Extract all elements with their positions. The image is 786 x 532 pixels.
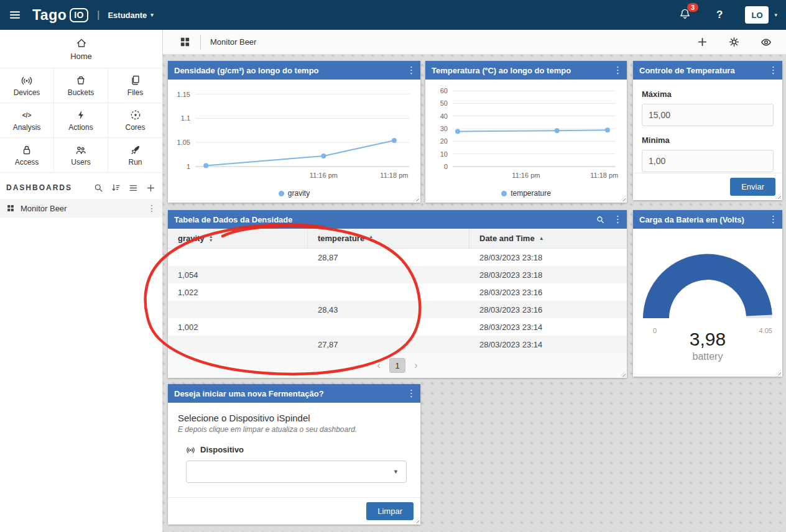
kebab-menu-icon[interactable]: ⋮ <box>613 65 621 76</box>
column-label: Date and Time <box>479 234 535 243</box>
widget-title: Temperatura (ºC) ao longo do tempo <box>432 66 571 75</box>
widget-title: Densidade (g/cm³) ao longo do tempo <box>174 66 319 75</box>
gauge-max-label: 4.05 <box>759 327 772 334</box>
sort-both-icon: ▲▼ <box>369 235 373 242</box>
device-antenna-icon <box>186 445 195 454</box>
table-cell: 28/03/2023 23:18 <box>469 253 627 262</box>
device-select[interactable]: ▼ <box>186 461 407 483</box>
widget-title: Deseja iniciar uma nova Fermentação? <box>174 389 324 398</box>
sidebar: Home Devices Buckets Files </> Analysis … <box>0 30 163 532</box>
sort-icon[interactable] <box>111 183 121 193</box>
page-number-button[interactable]: 1 <box>389 358 405 373</box>
sidebar-item-home[interactable]: Home <box>0 30 162 68</box>
kebab-menu-icon[interactable]: ⋮ <box>613 214 621 225</box>
sidebar-nav-grid: Devices Buckets Files </> Analysis Actio… <box>0 68 162 173</box>
temperature-legend[interactable]: temperature <box>425 189 627 198</box>
sidebar-item-label: Home <box>70 52 92 61</box>
account-name: Estudante <box>108 11 147 20</box>
sidebar-item-devices[interactable]: Devices <box>0 68 54 103</box>
kebab-menu-icon[interactable]: ⋮ <box>769 214 776 225</box>
table-cell: 1,002 <box>168 323 308 332</box>
svg-text:20: 20 <box>440 137 448 145</box>
send-button[interactable]: Enviar <box>730 178 775 196</box>
density-legend-dot <box>279 191 284 196</box>
clear-button[interactable]: Limpar <box>366 502 414 520</box>
column-header-gravity[interactable]: gravity ▲▼ <box>168 229 308 248</box>
table-row: 1,02228/03/2023 23:16 <box>168 283 627 301</box>
account-dropdown[interactable]: Estudante ▾ <box>108 11 153 20</box>
svg-text:</>: </> <box>22 112 32 119</box>
dashboards-title: DASHBOARDS <box>6 183 93 192</box>
table-body: 28,8728/03/2023 23:181,05428/03/2023 23:… <box>168 249 627 353</box>
add-widget-icon[interactable] <box>696 36 708 48</box>
devices-icon <box>21 74 33 86</box>
svg-text:1.15: 1.15 <box>177 91 190 98</box>
help-button[interactable]: ? <box>716 9 723 21</box>
sidebar-item-analysis[interactable]: </> Analysis <box>0 103 54 138</box>
temperature-chart[interactable]: 010203040506011:16 pm11:18 pm <box>425 80 627 184</box>
sidebar-item-label: Actions <box>68 123 93 132</box>
kebab-menu-icon[interactable]: ⋮ <box>147 203 156 213</box>
battery-widget: Carga da Bateria em (Volts) ⋮ 0 4.05 3,9… <box>633 210 782 377</box>
density-chart[interactable]: 11.051.11.1511:16 pm11:18 pm <box>168 80 420 184</box>
kebab-menu-icon[interactable]: ⋮ <box>407 388 414 399</box>
temperature-legend-label: temperature <box>511 189 551 198</box>
avatar[interactable]: LO <box>745 6 769 24</box>
sidebar-item-label: Cores <box>125 123 145 132</box>
kebab-menu-icon[interactable]: ⋮ <box>769 65 776 76</box>
tagoio-logo[interactable]: Tago IO <box>32 7 88 24</box>
next-page-button[interactable]: › <box>414 359 418 372</box>
table-row: 28,4328/03/2023 23:16 <box>168 301 627 318</box>
sidebar-item-files[interactable]: Files <box>108 68 162 103</box>
notifications-button[interactable]: 3 <box>678 7 691 22</box>
table-cell: 28/03/2023 23:18 <box>469 270 627 280</box>
table-cell: 28,43 <box>308 305 469 314</box>
table-pagination: ‹ 1 › <box>168 353 627 378</box>
kebab-menu-icon[interactable]: ⋮ <box>407 65 414 76</box>
density-legend[interactable]: gravity <box>168 189 420 198</box>
topbar: Tago IO | Estudante ▾ 3 ? LO ▾ <box>0 0 786 30</box>
sidebar-item-actions[interactable]: Actions <box>54 103 108 138</box>
sidebar-item-buckets[interactable]: Buckets <box>54 68 108 103</box>
fermentation-widget-header: Deseja iniciar uma nova Fermentação? ⋮ <box>168 384 420 403</box>
sidebar-item-run[interactable]: Run <box>108 138 162 173</box>
instruction-subtext: E depois clique em limpar e atualiza o s… <box>178 425 410 434</box>
dashboard-name: Monitor Beer <box>21 204 67 213</box>
gear-icon[interactable] <box>728 36 740 48</box>
table-row: 28,8728/03/2023 23:18 <box>168 249 627 266</box>
sort-both-icon: ▲▼ <box>209 235 213 242</box>
sidebar-item-cores[interactable]: Cores <box>108 103 162 138</box>
temperature-legend-dot <box>501 191 507 196</box>
page-title: Monitor Beer <box>210 37 256 47</box>
dashboard-grid-icon[interactable] <box>179 36 191 48</box>
search-icon[interactable] <box>93 183 104 193</box>
battery-widget-header: Carga da Bateria em (Volts) ⋮ <box>633 210 782 229</box>
table-cell: 28/03/2023 23:14 <box>469 323 627 332</box>
max-label: Máxima <box>642 89 774 99</box>
sidebar-item-access[interactable]: Access <box>0 138 54 173</box>
max-input[interactable] <box>642 104 774 126</box>
eye-icon[interactable] <box>760 36 772 48</box>
search-icon[interactable] <box>596 215 605 224</box>
battery-gauge <box>638 244 777 324</box>
min-input[interactable] <box>642 150 774 172</box>
temperature-widget-header: Temperatura (ºC) ao longo do tempo ⋮ <box>425 61 627 80</box>
prev-page-button[interactable]: ‹ <box>377 359 381 372</box>
widget-title: Controle de Temperatura <box>639 66 735 75</box>
column-header-temperature[interactable]: temperature ▲▼ <box>308 229 469 248</box>
column-header-datetime[interactable]: Date and Time ▲ <box>469 229 627 248</box>
add-dashboard-icon[interactable] <box>146 183 156 193</box>
rocket-icon <box>129 144 142 156</box>
sidebar-item-users[interactable]: Users <box>54 138 108 173</box>
list-view-icon[interactable] <box>128 183 139 193</box>
svg-text:11:16 pm: 11:16 pm <box>310 172 338 179</box>
table-cell: 28,87 <box>308 253 469 262</box>
sidebar-dashboard-monitor-beer[interactable]: Monitor Beer ⋮ <box>0 199 162 218</box>
hamburger-menu-icon[interactable] <box>9 9 21 21</box>
lightning-icon <box>75 109 87 121</box>
avatar-chevron-down-icon[interactable]: ▾ <box>774 12 777 18</box>
svg-text:1.05: 1.05 <box>177 139 190 146</box>
dashboard-canvas: Densidade (g/cm³) ao longo do tempo ⋮ 11… <box>163 55 786 532</box>
svg-text:1: 1 <box>187 163 190 170</box>
bucket-icon <box>75 74 87 86</box>
